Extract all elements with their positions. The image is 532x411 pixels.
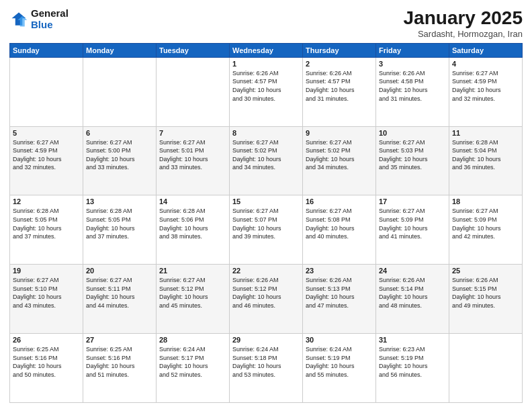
calendar-cell: 4Sunrise: 6:27 AM Sunset: 4:59 PM Daylig… bbox=[449, 57, 523, 126]
day-number: 3 bbox=[379, 60, 446, 68]
day-info: Sunrise: 6:27 AM Sunset: 5:10 PM Dayligh… bbox=[13, 276, 80, 310]
calendar-table: SundayMondayTuesdayWednesdayThursdayFrid… bbox=[9, 43, 523, 403]
day-number: 11 bbox=[452, 129, 519, 137]
day-info: Sunrise: 6:28 AM Sunset: 5:05 PM Dayligh… bbox=[13, 207, 80, 240]
day-number: 7 bbox=[159, 129, 226, 137]
day-info: Sunrise: 6:27 AM Sunset: 5:03 PM Dayligh… bbox=[379, 138, 446, 172]
weekday-header-saturday: Saturday bbox=[449, 43, 523, 57]
location-subtitle: Sardasht, Hormozgan, Iran bbox=[404, 29, 523, 39]
month-title: January 2025 bbox=[404, 8, 523, 29]
day-number: 26 bbox=[13, 336, 80, 344]
logo: General Blue bbox=[9, 8, 69, 30]
day-number: 16 bbox=[306, 197, 373, 205]
day-info: Sunrise: 6:27 AM Sunset: 4:59 PM Dayligh… bbox=[13, 138, 80, 172]
calendar-cell: 16Sunrise: 6:27 AM Sunset: 5:08 PM Dayli… bbox=[303, 195, 376, 265]
calendar-cell: 14Sunrise: 6:28 AM Sunset: 5:06 PM Dayli… bbox=[157, 195, 230, 265]
day-info: Sunrise: 6:27 AM Sunset: 5:11 PM Dayligh… bbox=[86, 276, 153, 310]
day-info: Sunrise: 6:25 AM Sunset: 5:16 PM Dayligh… bbox=[13, 345, 80, 379]
page: General Blue January 2025 Sardasht, Horm… bbox=[0, 0, 532, 411]
calendar-cell: 9Sunrise: 6:27 AM Sunset: 5:02 PM Daylig… bbox=[303, 126, 376, 195]
day-number: 22 bbox=[232, 267, 300, 275]
day-number: 13 bbox=[86, 197, 153, 205]
calendar-week-row: 19Sunrise: 6:27 AM Sunset: 5:10 PM Dayli… bbox=[10, 265, 523, 334]
day-number: 21 bbox=[159, 267, 226, 275]
day-number: 6 bbox=[86, 129, 153, 137]
calendar-cell: 23Sunrise: 6:26 AM Sunset: 5:13 PM Dayli… bbox=[303, 265, 376, 334]
day-number: 23 bbox=[306, 267, 373, 275]
day-info: Sunrise: 6:27 AM Sunset: 5:02 PM Dayligh… bbox=[306, 138, 373, 172]
calendar-cell: 17Sunrise: 6:27 AM Sunset: 5:09 PM Dayli… bbox=[376, 195, 449, 265]
day-number: 29 bbox=[232, 336, 300, 344]
weekday-header-tuesday: Tuesday bbox=[157, 43, 230, 57]
day-number: 24 bbox=[379, 267, 446, 275]
day-info: Sunrise: 6:27 AM Sunset: 5:02 PM Dayligh… bbox=[232, 138, 300, 172]
day-info: Sunrise: 6:27 AM Sunset: 5:09 PM Dayligh… bbox=[452, 207, 519, 240]
day-info: Sunrise: 6:27 AM Sunset: 5:09 PM Dayligh… bbox=[379, 207, 446, 240]
day-number: 30 bbox=[306, 336, 373, 344]
calendar-cell: 10Sunrise: 6:27 AM Sunset: 5:03 PM Dayli… bbox=[376, 126, 449, 195]
day-number: 5 bbox=[13, 129, 80, 137]
calendar-cell: 1Sunrise: 6:26 AM Sunset: 4:57 PM Daylig… bbox=[230, 57, 303, 126]
day-number: 9 bbox=[306, 129, 373, 137]
calendar-week-row: 12Sunrise: 6:28 AM Sunset: 5:05 PM Dayli… bbox=[10, 195, 523, 265]
calendar-cell: 26Sunrise: 6:25 AM Sunset: 5:16 PM Dayli… bbox=[10, 334, 83, 403]
day-info: Sunrise: 6:24 AM Sunset: 5:17 PM Dayligh… bbox=[159, 345, 226, 379]
day-info: Sunrise: 6:27 AM Sunset: 5:01 PM Dayligh… bbox=[159, 138, 226, 172]
calendar-cell bbox=[10, 57, 83, 126]
calendar-cell: 28Sunrise: 6:24 AM Sunset: 5:17 PM Dayli… bbox=[157, 334, 230, 403]
calendar-cell: 7Sunrise: 6:27 AM Sunset: 5:01 PM Daylig… bbox=[157, 126, 230, 195]
calendar-cell: 30Sunrise: 6:24 AM Sunset: 5:19 PM Dayli… bbox=[303, 334, 376, 403]
day-info: Sunrise: 6:23 AM Sunset: 5:19 PM Dayligh… bbox=[379, 345, 446, 379]
day-number: 4 bbox=[452, 60, 519, 68]
day-number: 18 bbox=[452, 197, 519, 205]
day-info: Sunrise: 6:26 AM Sunset: 4:57 PM Dayligh… bbox=[232, 69, 300, 103]
calendar-week-row: 26Sunrise: 6:25 AM Sunset: 5:16 PM Dayli… bbox=[10, 334, 523, 403]
day-info: Sunrise: 6:24 AM Sunset: 5:19 PM Dayligh… bbox=[306, 345, 373, 379]
day-number: 31 bbox=[379, 336, 446, 344]
header: General Blue January 2025 Sardasht, Horm… bbox=[9, 8, 523, 39]
calendar-cell: 22Sunrise: 6:26 AM Sunset: 5:12 PM Dayli… bbox=[230, 265, 303, 334]
calendar-week-row: 5Sunrise: 6:27 AM Sunset: 4:59 PM Daylig… bbox=[10, 126, 523, 195]
day-number: 1 bbox=[232, 60, 300, 68]
calendar-cell bbox=[83, 57, 157, 126]
day-number: 19 bbox=[13, 267, 80, 275]
day-info: Sunrise: 6:25 AM Sunset: 5:16 PM Dayligh… bbox=[86, 345, 153, 379]
calendar-cell: 18Sunrise: 6:27 AM Sunset: 5:09 PM Dayli… bbox=[449, 195, 523, 265]
day-info: Sunrise: 6:26 AM Sunset: 4:58 PM Dayligh… bbox=[379, 69, 446, 103]
day-info: Sunrise: 6:28 AM Sunset: 5:04 PM Dayligh… bbox=[452, 138, 519, 172]
calendar-cell: 21Sunrise: 6:27 AM Sunset: 5:12 PM Dayli… bbox=[157, 265, 230, 334]
day-info: Sunrise: 6:27 AM Sunset: 5:00 PM Dayligh… bbox=[86, 138, 153, 172]
calendar-cell bbox=[157, 57, 230, 126]
calendar-cell: 5Sunrise: 6:27 AM Sunset: 4:59 PM Daylig… bbox=[10, 126, 83, 195]
weekday-header-friday: Friday bbox=[376, 43, 449, 57]
calendar-cell: 24Sunrise: 6:26 AM Sunset: 5:14 PM Dayli… bbox=[376, 265, 449, 334]
weekday-header-row: SundayMondayTuesdayWednesdayThursdayFrid… bbox=[10, 43, 523, 57]
calendar-cell bbox=[449, 334, 523, 403]
weekday-header-monday: Monday bbox=[83, 43, 157, 57]
day-number: 12 bbox=[13, 197, 80, 205]
day-info: Sunrise: 6:26 AM Sunset: 5:15 PM Dayligh… bbox=[452, 276, 519, 310]
weekday-header-thursday: Thursday bbox=[303, 43, 376, 57]
day-number: 14 bbox=[159, 197, 226, 205]
day-number: 8 bbox=[232, 129, 300, 137]
calendar-cell: 27Sunrise: 6:25 AM Sunset: 5:16 PM Dayli… bbox=[83, 334, 157, 403]
day-number: 10 bbox=[379, 129, 446, 137]
day-info: Sunrise: 6:26 AM Sunset: 5:14 PM Dayligh… bbox=[379, 276, 446, 310]
calendar-cell: 2Sunrise: 6:26 AM Sunset: 4:57 PM Daylig… bbox=[303, 57, 376, 126]
calendar-cell: 3Sunrise: 6:26 AM Sunset: 4:58 PM Daylig… bbox=[376, 57, 449, 126]
day-number: 28 bbox=[159, 336, 226, 344]
weekday-header-sunday: Sunday bbox=[10, 43, 83, 57]
logo-icon bbox=[9, 10, 28, 29]
day-info: Sunrise: 6:26 AM Sunset: 4:57 PM Dayligh… bbox=[306, 69, 373, 103]
calendar-cell: 29Sunrise: 6:24 AM Sunset: 5:18 PM Dayli… bbox=[230, 334, 303, 403]
day-number: 17 bbox=[379, 197, 446, 205]
day-number: 15 bbox=[232, 197, 300, 205]
day-info: Sunrise: 6:24 AM Sunset: 5:18 PM Dayligh… bbox=[232, 345, 300, 379]
day-number: 25 bbox=[452, 267, 519, 275]
day-info: Sunrise: 6:28 AM Sunset: 5:05 PM Dayligh… bbox=[86, 207, 153, 240]
calendar-week-row: 1Sunrise: 6:26 AM Sunset: 4:57 PM Daylig… bbox=[10, 57, 523, 126]
day-number: 2 bbox=[306, 60, 373, 68]
day-info: Sunrise: 6:27 AM Sunset: 4:59 PM Dayligh… bbox=[452, 69, 519, 103]
calendar-cell: 8Sunrise: 6:27 AM Sunset: 5:02 PM Daylig… bbox=[230, 126, 303, 195]
day-info: Sunrise: 6:27 AM Sunset: 5:07 PM Dayligh… bbox=[232, 207, 300, 240]
